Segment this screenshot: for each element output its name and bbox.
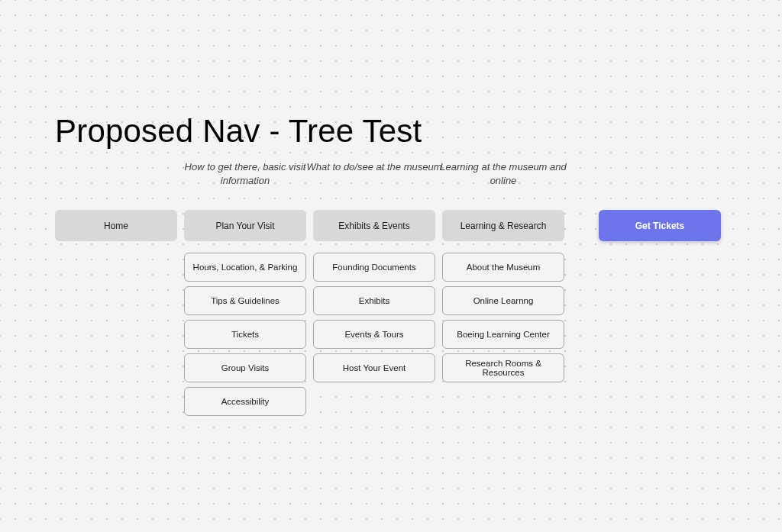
nav-item-about-the-museum[interactable]: About the Museum <box>442 253 564 282</box>
nav-item-label: Boeing Learning Center <box>457 330 549 339</box>
nav-top-label: Exhibits & Events <box>338 221 409 231</box>
nav-item-label: Exhibits <box>359 296 389 305</box>
nav-top-exhibits-events[interactable]: Exhibits & Events <box>313 210 435 241</box>
nav-item-events-tours[interactable]: Events & Tours <box>313 320 435 349</box>
nav-item-label: Group Visits <box>221 363 269 372</box>
column-description-plan-your-visit: How to get there, basic visit informatio… <box>176 160 314 187</box>
nav-top-label: Plan Your Visit <box>215 221 274 231</box>
nav-top-label: Learning & Research <box>460 221 547 231</box>
nav-item-label: Research Rooms & Resources <box>446 359 561 377</box>
get-tickets-button[interactable]: Get Tickets <box>599 210 721 241</box>
nav-item-accessibility[interactable]: Accessibility <box>184 387 306 416</box>
nav-item-tickets[interactable]: Tickets <box>184 320 306 349</box>
nav-item-tips-guidelines[interactable]: Tips & Guidelines <box>184 286 306 315</box>
nav-top-label: Home <box>104 221 128 231</box>
page-title: Proposed Nav - Tree Test <box>55 113 422 150</box>
nav-item-boeing-learning-center[interactable]: Boeing Learning Center <box>442 320 564 349</box>
cta-label: Get Tickets <box>635 221 684 231</box>
nav-sublist-learning-research: About the Museum Online Learnng Boeing L… <box>442 253 564 382</box>
nav-item-hours-location-parking[interactable]: Hours, Location, & Parking <box>184 253 306 282</box>
nav-item-label: About the Museum <box>467 263 541 272</box>
nav-column-home: Home <box>55 210 177 241</box>
nav-item-label: Accessibility <box>221 397 270 406</box>
nav-item-label: Online Learnng <box>473 296 534 305</box>
nav-item-label: Tickets <box>231 330 259 339</box>
column-description-learning-research: Learning at the museum and online <box>435 160 572 187</box>
nav-item-label: Host Your Event <box>343 363 406 372</box>
nav-top-plan-your-visit[interactable]: Plan Your Visit <box>184 210 306 241</box>
nav-item-online-learning[interactable]: Online Learnng <box>442 286 564 315</box>
nav-sublist-exhibits-events: Founding Documents Exhibits Events & Tou… <box>313 253 435 382</box>
nav-item-group-visits[interactable]: Group Visits <box>184 353 306 382</box>
nav-top-home[interactable]: Home <box>55 210 177 241</box>
column-description-exhibits-events: What to do/see at the museum <box>305 160 443 174</box>
nav-column-learning-research: Learning & Research About the Museum Onl… <box>442 210 564 382</box>
nav-item-research-rooms-resources[interactable]: Research Rooms & Resources <box>442 353 564 382</box>
nav-item-founding-documents[interactable]: Founding Documents <box>313 253 435 282</box>
nav-item-label: Founding Documents <box>332 263 415 272</box>
nav-column-plan-your-visit: Plan Your Visit Hours, Location, & Parki… <box>184 210 306 416</box>
nav-item-label: Events & Tours <box>344 330 403 339</box>
nav-column-exhibits-events: Exhibits & Events Founding Documents Exh… <box>313 210 435 382</box>
nav-top-learning-research[interactable]: Learning & Research <box>442 210 564 241</box>
nav-sublist-plan-your-visit: Hours, Location, & Parking Tips & Guidel… <box>184 253 306 416</box>
nav-item-exhibits[interactable]: Exhibits <box>313 286 435 315</box>
nav-item-host-your-event[interactable]: Host Your Event <box>313 353 435 382</box>
nav-item-label: Tips & Guidelines <box>211 296 280 305</box>
nav-item-label: Hours, Location, & Parking <box>193 263 298 272</box>
